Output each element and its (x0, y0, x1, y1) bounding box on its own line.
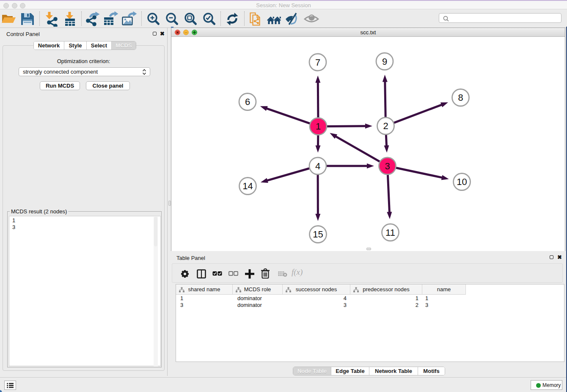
svg-text:9: 9 (382, 56, 387, 67)
svg-text:6: 6 (245, 97, 250, 107)
svg-text:3: 3 (385, 161, 390, 171)
svg-text:4: 4 (315, 161, 320, 171)
svg-text:11: 11 (385, 227, 395, 238)
svg-text:1: 1 (316, 121, 321, 132)
svg-text:8: 8 (458, 92, 463, 103)
svg-text:2: 2 (383, 121, 388, 131)
svg-text:14: 14 (242, 181, 253, 191)
svg-text:7: 7 (315, 57, 320, 68)
svg-text:10: 10 (457, 177, 467, 187)
svg-text:15: 15 (313, 229, 323, 240)
